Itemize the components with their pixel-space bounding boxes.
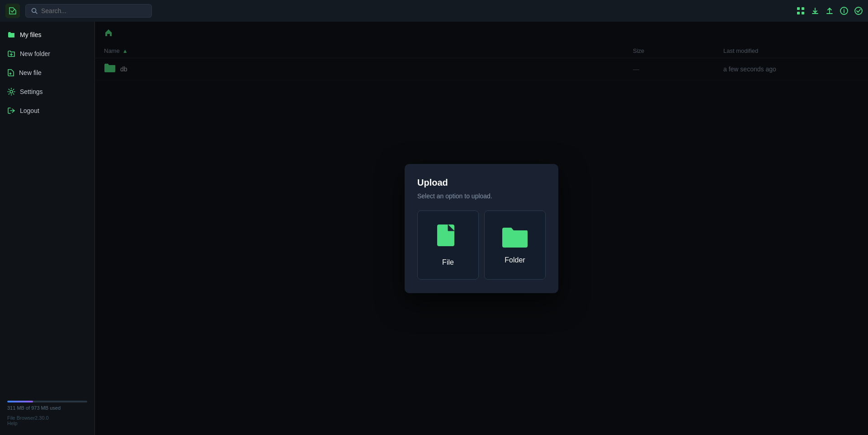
sidebar-item-my-files[interactable]: My files <box>0 25 94 44</box>
sidebar-settings-label: Settings <box>20 88 43 95</box>
sidebar: My files New folder New file <box>0 22 95 435</box>
file-upload-icon <box>436 224 460 252</box>
new-folder-icon <box>7 50 15 58</box>
svg-point-8 <box>844 9 844 10</box>
search-bar[interactable] <box>25 4 152 18</box>
sidebar-logout-label: Logout <box>20 107 39 114</box>
sidebar-item-logout[interactable]: Logout <box>0 101 94 120</box>
app-logo[interactable] <box>5 4 20 18</box>
storage-label: 311 MB of 973 MB used <box>7 405 87 411</box>
sidebar-item-new-file[interactable]: New file <box>0 63 94 82</box>
help-label[interactable]: Help <box>7 421 87 426</box>
logout-icon <box>7 107 15 115</box>
sidebar-storage: 311 MB of 973 MB used File Browser2.30.0… <box>0 395 94 431</box>
topbar-actions <box>797 7 863 15</box>
download-icon[interactable] <box>811 7 819 15</box>
svg-rect-15 <box>437 225 454 246</box>
upload-options: File Folder <box>417 210 546 280</box>
folder-upload-icon <box>501 226 528 250</box>
svg-rect-2 <box>797 7 800 10</box>
upload-file-label: File <box>442 258 454 267</box>
settings-icon <box>7 88 15 96</box>
check-icon[interactable] <box>854 7 863 15</box>
svg-point-9 <box>855 7 862 14</box>
sidebar-new-file-label: New file <box>19 69 42 76</box>
storage-bar <box>7 401 87 402</box>
sidebar-item-settings[interactable]: Settings <box>0 82 94 101</box>
info-icon[interactable] <box>840 7 848 15</box>
upload-modal: Upload Select an option to upload. File <box>405 164 558 293</box>
svg-rect-3 <box>802 7 804 10</box>
upload-file-option[interactable]: File <box>417 210 479 280</box>
search-input[interactable] <box>41 7 146 14</box>
sidebar-item-new-folder[interactable]: New folder <box>0 44 94 63</box>
main-layout: My files New folder New file <box>0 22 868 435</box>
upload-folder-option[interactable]: Folder <box>484 210 546 280</box>
svg-rect-4 <box>797 12 800 14</box>
upload-overlay[interactable]: Upload Select an option to upload. File <box>95 22 868 435</box>
svg-rect-5 <box>802 12 804 14</box>
svg-point-14 <box>10 90 13 93</box>
upload-subtitle: Select an option to upload. <box>417 192 546 200</box>
search-icon <box>31 8 38 14</box>
svg-line-1 <box>36 12 38 14</box>
upload-folder-label: Folder <box>505 256 525 264</box>
topbar <box>0 0 868 22</box>
upload-icon[interactable] <box>826 7 834 15</box>
sidebar-my-files-label: My files <box>20 31 41 38</box>
new-file-icon <box>7 69 14 77</box>
storage-bar-fill <box>7 401 33 402</box>
my-files-icon <box>7 31 15 39</box>
version-label: File Browser2.30.0 <box>7 415 87 421</box>
sidebar-new-folder-label: New folder <box>20 50 50 57</box>
upload-title: Upload <box>417 178 546 188</box>
grid-icon[interactable] <box>797 7 805 15</box>
content-area: Name ▲ Size Last modified db — a few <box>95 22 868 435</box>
